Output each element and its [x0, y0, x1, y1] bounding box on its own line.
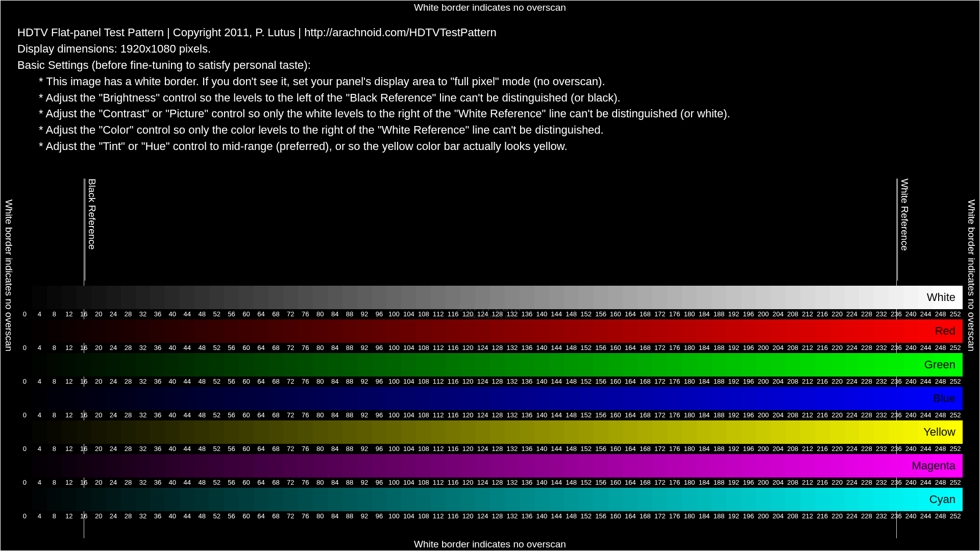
scale-magenta: 0481216202428323640444852566064687276808…: [17, 478, 963, 488]
scale-red: 0481216202428323640444852566064687276808…: [17, 343, 963, 353]
gradient-green: [17, 353, 963, 377]
gradient-blue: [17, 387, 963, 410]
color-bar-green: Green04812162024283236404448525660646872…: [17, 353, 963, 377]
edge-label-right: White border indicates no overscan: [966, 199, 977, 352]
bar-label-magenta: Magenta: [912, 459, 955, 472]
black-reference-label: Black Reference: [85, 179, 97, 281]
scale-white: 0481216202428323640444852566064687276808…: [17, 309, 963, 319]
bar-label-white: White: [927, 291, 955, 304]
bar-label-blue: Blue: [933, 392, 955, 405]
gradient-white: [17, 286, 963, 309]
edge-label-top: White border indicates no overscan: [414, 2, 566, 13]
gradient-red: [17, 319, 963, 343]
gradient-cyan: [17, 488, 963, 511]
color-bar-magenta: Magenta048121620242832364044485256606468…: [17, 454, 963, 478]
edge-label-left: White border indicates no overscan: [3, 199, 14, 352]
bar-label-green: Green: [924, 358, 955, 371]
bullet-4: * Adjust the "Tint" or "Hue" control to …: [17, 138, 730, 155]
gradient-magenta: [17, 454, 963, 478]
color-bar-blue: Blue048121620242832364044485256606468727…: [17, 387, 963, 410]
gradient-yellow: [17, 420, 963, 444]
color-bar-white: White04812162024283236404448525660646872…: [17, 286, 963, 309]
bar-label-yellow: Yellow: [923, 425, 955, 439]
scale-cyan: 0481216202428323640444852566064687276808…: [17, 511, 963, 521]
bar-label-cyan: Cyan: [929, 493, 955, 506]
scale-yellow: 0481216202428323640444852566064687276808…: [17, 444, 963, 454]
bullet-1: * Adjust the "Brightness" control so the…: [17, 90, 730, 106]
bullet-0: * This image has a white border. If you …: [17, 73, 730, 90]
color-bars-area: White04812162024283236404448525660646872…: [17, 286, 963, 521]
color-bar-yellow: Yellow0481216202428323640444852566064687…: [17, 420, 963, 444]
color-bar-red: Red0481216202428323640444852566064687276…: [17, 319, 963, 343]
settings-intro: Basic Settings (before fine-tuning to sa…: [17, 57, 730, 73]
scale-blue: 0481216202428323640444852566064687276808…: [17, 410, 963, 420]
header-block: HDTV Flat-panel Test Pattern | Copyright…: [17, 24, 730, 155]
bar-label-red: Red: [935, 324, 955, 338]
color-bar-cyan: Cyan048121620242832364044485256606468727…: [17, 488, 963, 511]
edge-label-bottom: White border indicates no overscan: [414, 539, 566, 550]
title-line: HDTV Flat-panel Test Pattern | Copyright…: [17, 24, 730, 41]
bullet-2: * Adjust the "Contrast" or "Picture" con…: [17, 106, 730, 122]
bullet-3: * Adjust the "Color" control so only the…: [17, 122, 730, 138]
dimensions-line: Display dimensions: 980x551 pixels.: [17, 41, 730, 57]
scale-green: 0481216202428323640444852566064687276808…: [17, 377, 963, 387]
white-reference-label: White Reference: [897, 179, 910, 281]
